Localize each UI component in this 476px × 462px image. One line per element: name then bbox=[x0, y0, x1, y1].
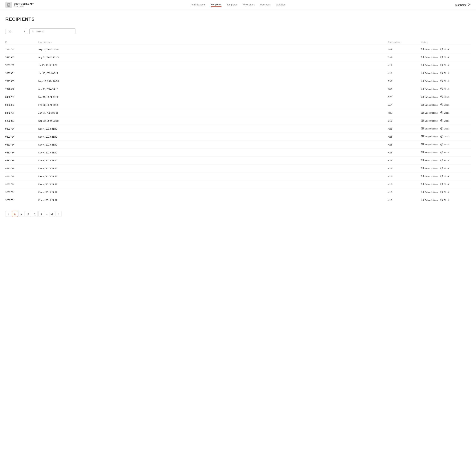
subscriptions-button[interactable]: Subscriptions bbox=[421, 175, 438, 178]
pagination-page-2[interactable]: 2 bbox=[18, 211, 25, 217]
subscriptions-button[interactable]: Subscriptions bbox=[421, 87, 438, 91]
sort-select[interactable]: Sort bbox=[5, 29, 27, 34]
table-row: 9232734 Dec 4, 2019 21:42 426 Subscripti… bbox=[5, 180, 471, 188]
block-icon bbox=[440, 87, 443, 91]
cell-last-message: Dec 4, 2019 21:42 bbox=[38, 159, 388, 162]
pagination-page-1[interactable]: 1 bbox=[12, 211, 18, 217]
block-button[interactable]: Block bbox=[440, 183, 449, 186]
block-button[interactable]: Block bbox=[440, 151, 449, 154]
subscriptions-button[interactable]: Subscriptions bbox=[421, 72, 438, 75]
mail-icon bbox=[421, 135, 424, 138]
subscriptions-button[interactable]: Subscriptions bbox=[421, 96, 438, 99]
mail-icon bbox=[421, 103, 424, 106]
subscriptions-button[interactable]: Subscriptions bbox=[421, 103, 438, 106]
subscriptions-button[interactable]: Subscriptions bbox=[421, 159, 438, 162]
subscriptions-button[interactable]: Subscriptions bbox=[421, 56, 438, 59]
block-button[interactable]: Block bbox=[440, 56, 449, 59]
cell-subscriptions: 426 bbox=[388, 183, 421, 186]
table-row: 5425683 Aug 31, 2024 13:45 738 Subscript… bbox=[5, 53, 471, 61]
block-button[interactable]: Block bbox=[440, 135, 449, 138]
block-icon bbox=[440, 135, 443, 138]
nav-variables[interactable]: Variables bbox=[276, 3, 285, 7]
cell-id: 9232734 bbox=[5, 183, 38, 186]
svg-line-12 bbox=[441, 56, 442, 58]
subscriptions-button[interactable]: Subscriptions bbox=[421, 48, 438, 51]
subscriptions-button[interactable]: Subscriptions bbox=[421, 143, 438, 146]
user-section[interactable]: Your Name bbox=[441, 3, 471, 7]
block-button[interactable]: Block bbox=[440, 167, 449, 170]
filters-bar: Sort ▾ bbox=[5, 28, 471, 34]
block-button[interactable]: Block bbox=[440, 96, 449, 99]
block-label: Block bbox=[444, 199, 449, 201]
block-button[interactable]: Block bbox=[440, 79, 449, 83]
block-button[interactable]: Block bbox=[440, 127, 449, 130]
table-row: 9092984 Feb 20, 2024 11:05 447 Subscript… bbox=[5, 101, 471, 109]
pagination: ‹ 1 2 3 4 5 ... 15 › bbox=[5, 211, 471, 217]
subscriptions-label: Subscriptions bbox=[425, 96, 438, 98]
block-label: Block bbox=[444, 80, 449, 82]
subscriptions-label: Subscriptions bbox=[425, 120, 438, 122]
nav-messages[interactable]: Messages bbox=[260, 3, 271, 7]
block-button[interactable]: Block bbox=[440, 143, 449, 146]
block-button[interactable]: Block bbox=[440, 87, 449, 91]
block-button[interactable]: Block bbox=[440, 191, 449, 194]
cell-subscriptions: 426 bbox=[388, 151, 421, 154]
svg-line-48 bbox=[441, 151, 442, 153]
block-icon bbox=[440, 143, 443, 146]
logout-icon[interactable] bbox=[468, 3, 471, 7]
subscriptions-button[interactable]: Subscriptions bbox=[421, 135, 438, 138]
subscriptions-button[interactable]: Subscriptions bbox=[421, 79, 438, 83]
table-body: 7632785 Sep 12, 2024 05:18 583 Subscript… bbox=[5, 45, 471, 204]
pagination-prev[interactable]: ‹ bbox=[5, 211, 11, 217]
nav-templates[interactable]: Templates bbox=[227, 3, 237, 7]
subscriptions-button[interactable]: Subscriptions bbox=[421, 119, 438, 122]
subscriptions-button[interactable]: Subscriptions bbox=[421, 199, 438, 202]
block-button[interactable]: Block bbox=[440, 103, 449, 106]
block-button[interactable]: Block bbox=[440, 72, 449, 75]
cell-last-message: Dec 4, 2019 21:42 bbox=[38, 167, 388, 170]
pagination-page-last[interactable]: 15 bbox=[49, 211, 55, 217]
subscriptions-button[interactable]: Subscriptions bbox=[421, 127, 438, 130]
mail-icon bbox=[421, 199, 424, 202]
app-brand-text: YOUR MOBILE APP Admin panel bbox=[14, 3, 34, 7]
block-button[interactable]: Block bbox=[440, 199, 449, 202]
block-button[interactable]: Block bbox=[440, 111, 449, 114]
block-button[interactable]: Block bbox=[440, 119, 449, 122]
cell-subscriptions: 426 bbox=[388, 175, 421, 178]
col-header-subscriptions: Subscriptions bbox=[388, 41, 421, 43]
subscriptions-button[interactable]: Subscriptions bbox=[421, 183, 438, 186]
svg-line-51 bbox=[441, 159, 442, 161]
nav-newsletters[interactable]: Newsletters bbox=[243, 3, 255, 7]
cell-actions: Subscriptions Block bbox=[421, 135, 471, 138]
subscriptions-button[interactable]: Subscriptions bbox=[421, 167, 438, 170]
pagination-page-4[interactable]: 4 bbox=[32, 211, 38, 217]
table-row: 9232734 Dec 4, 2019 21:42 426 Subscripti… bbox=[5, 173, 471, 180]
svg-line-57 bbox=[441, 175, 442, 177]
cell-actions: Subscriptions Block bbox=[421, 159, 471, 162]
block-button[interactable]: Block bbox=[440, 159, 449, 162]
subscriptions-button[interactable]: Subscriptions bbox=[421, 191, 438, 194]
cell-last-message: Feb 20, 2024 11:05 bbox=[38, 104, 388, 106]
subscriptions-label: Subscriptions bbox=[425, 128, 438, 130]
subscriptions-button[interactable]: Subscriptions bbox=[421, 111, 438, 114]
subscriptions-label: Subscriptions bbox=[425, 80, 438, 82]
pagination-page-3[interactable]: 3 bbox=[25, 211, 31, 217]
block-button[interactable]: Block bbox=[440, 48, 449, 51]
table-row: 7527365 May 10, 2024 20:55 798 Subscript… bbox=[5, 77, 471, 85]
cell-subscriptions: 426 bbox=[388, 143, 421, 146]
block-button[interactable]: Block bbox=[440, 175, 449, 178]
block-label: Block bbox=[444, 143, 449, 146]
subscriptions-button[interactable]: Subscriptions bbox=[421, 64, 438, 67]
nav-recipients[interactable]: Recipients bbox=[211, 3, 221, 7]
svg-line-54 bbox=[441, 167, 442, 169]
block-button[interactable]: Block bbox=[440, 64, 449, 67]
search-input[interactable] bbox=[36, 30, 73, 33]
pagination-page-5[interactable]: 5 bbox=[38, 211, 44, 217]
mail-icon bbox=[421, 175, 424, 178]
pagination-next[interactable]: › bbox=[56, 211, 61, 217]
cell-last-message: Sep 12, 2024 05:18 bbox=[38, 48, 388, 51]
block-icon bbox=[440, 79, 443, 83]
nav-administrators[interactable]: Administrators bbox=[191, 3, 205, 7]
subscriptions-button[interactable]: Subscriptions bbox=[421, 151, 438, 154]
block-icon bbox=[440, 151, 443, 154]
